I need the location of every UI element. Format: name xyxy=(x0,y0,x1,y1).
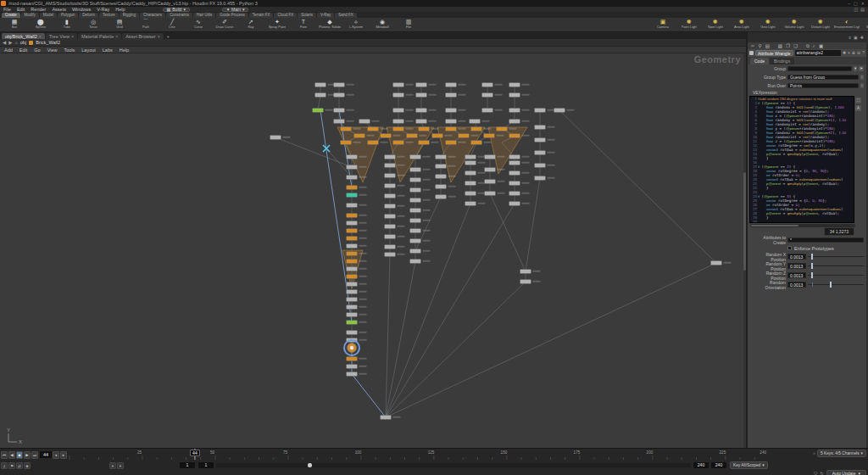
network-node[interactable] xyxy=(520,270,531,274)
network-node[interactable] xyxy=(509,202,520,206)
netmenu-add[interactable]: Add xyxy=(4,48,13,53)
playbar-mid-icon[interactable]: ▾ xyxy=(117,462,124,469)
close-icon[interactable]: × xyxy=(115,34,118,39)
network-node[interactable] xyxy=(368,127,379,131)
network-node[interactable] xyxy=(410,178,421,182)
window-control-icon[interactable]: ✕ xyxy=(861,1,865,6)
network-node[interactable] xyxy=(393,127,404,131)
shelf-tool-spray-paint[interactable]: ✦Spray Paint xyxy=(264,19,290,31)
network-node[interactable] xyxy=(482,109,493,113)
slider-track[interactable] xyxy=(808,282,864,288)
shelf-tool-font[interactable]: TFont xyxy=(291,19,316,31)
back-icon[interactable]: ◀ xyxy=(3,40,6,45)
network-node[interactable] xyxy=(393,109,404,113)
network-node[interactable] xyxy=(436,185,447,189)
timeline-ruler[interactable]: 255075100125150175200225240 44 xyxy=(66,449,770,461)
editor-button[interactable]: A xyxy=(855,105,861,111)
network-node[interactable] xyxy=(385,235,396,239)
shelf-tool-platonic-solids[interactable]: ◆Platonic Solids xyxy=(317,19,342,31)
editor-button[interactable]: ⛶ xyxy=(855,98,861,103)
param-title-icon[interactable]: ⊖ xyxy=(857,50,860,56)
network-node[interactable] xyxy=(347,186,358,190)
network-node[interactable] xyxy=(381,416,392,420)
network-node[interactable] xyxy=(313,109,324,113)
network-node[interactable] xyxy=(385,174,396,178)
network-node[interactable] xyxy=(347,244,358,249)
step-back-button[interactable]: ◀ xyxy=(8,451,15,459)
network-canvas[interactable]: YX Geometry xyxy=(0,53,746,448)
network-node[interactable] xyxy=(465,182,476,186)
spinner-icon[interactable]: ↕ xyxy=(860,75,864,80)
network-node[interactable] xyxy=(347,267,358,271)
network-node[interactable] xyxy=(410,209,421,213)
param-tool-icon-3[interactable]: ▨ xyxy=(778,43,782,48)
shelf-tool-camera[interactable]: ▣Camera xyxy=(650,19,676,31)
network-node[interactable] xyxy=(347,214,358,218)
network-node[interactable] xyxy=(436,175,447,179)
slider-track[interactable] xyxy=(808,263,864,269)
network-node[interactable] xyxy=(393,120,404,124)
network-node[interactable] xyxy=(416,120,427,124)
shelf-tool-volume-light[interactable]: ✺Volume Light xyxy=(782,19,807,31)
desktop-selector[interactable]: ▦ Build ▾ xyxy=(163,8,190,12)
network-node[interactable] xyxy=(465,202,476,206)
pane-control-icon[interactable]: ✚ xyxy=(860,35,864,40)
slider-handle[interactable] xyxy=(811,272,813,278)
network-node[interactable] xyxy=(485,180,496,184)
param-tool-icon-5[interactable]: ❏ xyxy=(793,43,798,48)
playbar-option-icon[interactable]: ⇄ xyxy=(16,462,23,469)
network-node[interactable] xyxy=(535,126,546,130)
window-control-icon[interactable]: ▢ xyxy=(854,1,858,6)
network-node[interactable] xyxy=(509,182,520,186)
param-tool-icon-4[interactable]: ❐ xyxy=(786,43,790,48)
network-node[interactable] xyxy=(509,134,520,138)
network-node[interactable] xyxy=(347,313,358,317)
shelf-tool-sphere[interactable]: ⬤Sphere xyxy=(28,19,53,31)
pane-tab-tree-view[interactable]: Tree View× xyxy=(46,33,77,39)
pane-tab-obj-brick-wall2[interactable]: obj/Brick_Wall2× xyxy=(2,33,45,39)
shelf-tool-file[interactable]: ▥File xyxy=(396,19,421,31)
param-title-icon[interactable]: ⊕ xyxy=(852,50,855,56)
stop-button[interactable]: ■ xyxy=(16,451,23,459)
network-node[interactable] xyxy=(341,141,352,145)
network-node[interactable] xyxy=(347,331,358,335)
netmenu-view[interactable]: View xyxy=(47,48,58,53)
network-node[interactable] xyxy=(416,109,427,113)
network-node[interactable] xyxy=(436,195,447,199)
network-node[interactable] xyxy=(535,176,546,181)
network-node[interactable] xyxy=(347,252,358,256)
network-node[interactable] xyxy=(385,184,396,188)
network-node[interactable] xyxy=(385,253,396,257)
netmenu-edit[interactable]: Edit xyxy=(19,48,27,53)
network-node[interactable] xyxy=(535,151,546,155)
playbar-option-icon[interactable]: ⚷ xyxy=(1,462,8,469)
param-tab-bindings[interactable]: Bindings xyxy=(770,58,794,64)
network-node[interactable] xyxy=(410,168,421,172)
slider-handle[interactable] xyxy=(811,263,813,269)
network-node[interactable] xyxy=(410,229,421,233)
network-node[interactable] xyxy=(368,141,379,145)
vex-code-editor[interactable]: 1234567891011121314151617181920212223242… xyxy=(749,96,854,223)
network-node[interactable] xyxy=(334,109,345,113)
network-node[interactable] xyxy=(509,161,520,165)
network-node[interactable] xyxy=(381,134,392,138)
network-node[interactable] xyxy=(385,215,396,219)
network-node[interactable] xyxy=(347,155,358,159)
play-button[interactable]: ▶ xyxy=(24,451,31,459)
network-node[interactable] xyxy=(410,239,421,243)
network-node[interactable] xyxy=(334,93,345,98)
network-node[interactable] xyxy=(416,83,427,87)
network-node[interactable] xyxy=(347,176,358,180)
netmenu-layout[interactable]: Layout xyxy=(81,48,96,53)
param-title-icon[interactable]: ⌖ xyxy=(848,50,850,56)
keys-dropdown[interactable]: 5 Keys: 4/5 Channels ▾ xyxy=(817,450,866,457)
shelf-tool-tube[interactable]: ▮Tube xyxy=(54,19,80,31)
network-node[interactable] xyxy=(446,109,457,113)
param-tool-icon-0[interactable]: ✂ xyxy=(751,43,755,48)
go-end-button[interactable]: ⏭ xyxy=(31,451,38,459)
node-name-field[interactable]: attribwrangle2 xyxy=(795,50,841,56)
network-node[interactable] xyxy=(410,219,421,223)
shelf-tool-line[interactable]: ╱Line xyxy=(159,19,185,31)
network-node[interactable] xyxy=(436,165,447,169)
network-node[interactable] xyxy=(393,83,404,87)
